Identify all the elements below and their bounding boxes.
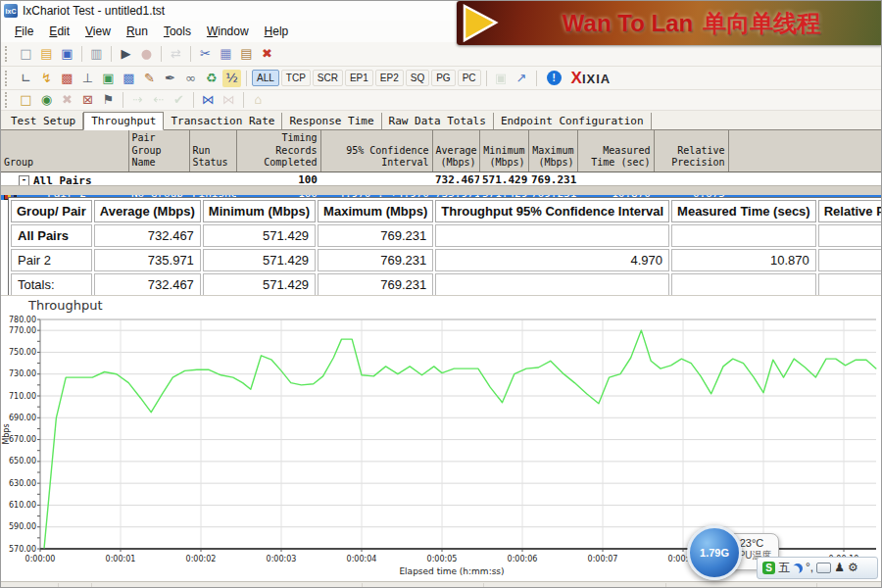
filter-sq[interactable]: SQ xyxy=(406,70,429,86)
toolbar-separator xyxy=(190,46,191,62)
add-multiple-pairs-icon[interactable]: ↯ xyxy=(37,70,56,87)
summary-cell: 769.231 xyxy=(318,224,433,247)
keyboard-icon[interactable] xyxy=(816,563,831,573)
abort-run-icon: ✖ xyxy=(58,91,76,109)
toolbar-grip[interactable] xyxy=(5,92,11,108)
tab-response-time[interactable]: Response Time xyxy=(282,113,381,129)
summary-row-all-pairs: All Pairs732.467571.429769.231 xyxy=(11,224,882,247)
menu-run[interactable]: Run xyxy=(119,23,156,40)
window-title: IxChariot Test - untitled1.tst xyxy=(23,4,165,18)
swap-endpoints-icon[interactable]: ½ xyxy=(222,70,241,87)
toolbar-separator xyxy=(81,46,82,62)
status-bar xyxy=(1,581,881,588)
tab-bar: Test SetupThroughputTransaction RateResp… xyxy=(1,111,881,130)
add-pair-icon[interactable]: ∟ xyxy=(17,70,35,87)
print-icon[interactable]: ▥ xyxy=(87,45,106,63)
wubi-icon[interactable]: 五 xyxy=(778,562,790,574)
paste-icon[interactable]: ▤ xyxy=(237,45,256,63)
summary-cell: 732.467 xyxy=(94,224,201,247)
tab-throughput[interactable]: Throughput xyxy=(83,112,164,130)
summary-cell xyxy=(818,273,882,296)
save-test-icon[interactable]: ▣ xyxy=(58,45,76,63)
menu-edit[interactable]: Edit xyxy=(41,23,77,40)
svg-text:Mbps: Mbps xyxy=(2,423,11,444)
summary-cell: 769.231 xyxy=(318,249,433,271)
grid-col-measured[interactable]: Measured Time (sec) xyxy=(577,130,654,172)
svg-text:0:00:03: 0:00:03 xyxy=(267,555,297,564)
menu-tools[interactable]: Tools xyxy=(156,23,199,40)
grid-col-95-confidence[interactable]: 95% Confidence Interval xyxy=(320,130,432,172)
open-test-icon[interactable]: ▤ xyxy=(37,45,56,63)
menu-help[interactable]: Help xyxy=(257,23,297,40)
visual-test-designer-icon[interactable]: ♻ xyxy=(202,70,220,87)
summary-cell: 571.429 xyxy=(203,249,316,271)
grid-col-average[interactable]: Average (Mbps) xyxy=(432,130,479,172)
summary-cell xyxy=(671,224,816,247)
copy-icon[interactable]: ▦ xyxy=(217,45,235,63)
summary-col-group-pair: Group/ Pair xyxy=(11,200,92,222)
grid-col-run-status[interactable]: Run Status xyxy=(189,130,236,172)
link-endpoints-icon[interactable]: ⋈ xyxy=(199,91,218,109)
reformat-icon: ⇄ xyxy=(167,45,185,63)
rerun-test-icon: ⇠ xyxy=(149,91,168,109)
tab-endpoint-configuration[interactable]: Endpoint Configuration xyxy=(494,113,652,129)
cpu-speed-badge[interactable]: 1.79G xyxy=(687,525,742,580)
tab-raw-data-totals[interactable]: Raw Data Totals xyxy=(382,113,494,129)
run-options-icon[interactable]: ◉ xyxy=(37,91,56,109)
tab-test-setup[interactable]: Test Setup xyxy=(4,113,83,129)
moon-icon[interactable] xyxy=(793,564,803,573)
edit-script-icon[interactable]: ✎ xyxy=(140,70,159,87)
grid-col-maximum[interactable]: Maximum (Mbps) xyxy=(528,130,577,172)
results-archive-icon: ⌂ xyxy=(249,91,268,109)
grid-col-group[interactable]: Group xyxy=(1,130,128,172)
browse-scripts-icon[interactable]: ∞ xyxy=(181,70,200,87)
toolbar-grip[interactable] xyxy=(5,46,11,62)
filter-tcp[interactable]: TCP xyxy=(281,70,311,86)
toolbar-run: □◉✖⊠⚑⇢⇠✔⋈⋈⌂ xyxy=(1,90,881,111)
collapse-group-button[interactable]: - xyxy=(19,175,29,186)
new-console-icon[interactable]: □ xyxy=(17,91,35,109)
grid-col-relative[interactable]: Relative Precision xyxy=(654,130,728,172)
tools-icon[interactable]: ⚙ xyxy=(848,562,858,574)
filter-scr[interactable]: SCR xyxy=(313,70,343,86)
summary-cell: 0.675 xyxy=(818,249,882,271)
filter-pc[interactable]: PC xyxy=(458,70,481,86)
poll-endpoints-icon[interactable]: ⚑ xyxy=(99,91,118,109)
app-icon: IxC xyxy=(4,4,18,18)
run-test-icon[interactable]: ▶ xyxy=(117,45,135,63)
svg-text:0:00:01: 0:00:01 xyxy=(106,555,136,564)
grid-col-minimum[interactable]: Minimum (Mbps) xyxy=(479,130,528,172)
delete-icon[interactable]: ✖ xyxy=(258,45,276,63)
record-script-icon[interactable]: ✒ xyxy=(161,70,179,87)
punctuation-icon[interactable]: °, xyxy=(806,562,813,574)
menu-view[interactable]: View xyxy=(77,23,119,40)
menu-file[interactable]: File xyxy=(7,23,41,40)
filter-pg[interactable]: PG xyxy=(431,70,455,86)
menu-window[interactable]: Window xyxy=(199,23,257,40)
new-test-icon[interactable]: □ xyxy=(17,45,35,63)
info-icon[interactable]: ! xyxy=(547,71,562,85)
export-results-icon[interactable]: ↗ xyxy=(513,70,531,87)
summary-cell: 4.970 xyxy=(435,249,669,271)
add-video-multicast-icon[interactable]: ▩ xyxy=(120,70,138,87)
tab-transaction-rate[interactable]: Transaction Rate xyxy=(164,113,282,129)
summary-col-average-mbps-: Average (Mbps) xyxy=(94,200,201,222)
stop-test-icon: ● xyxy=(137,45,156,63)
add-video-pair-icon[interactable]: ▣ xyxy=(99,70,118,87)
add-hardware-pair-icon[interactable]: ⊥ xyxy=(78,70,97,87)
sogou-icon[interactable]: S xyxy=(762,562,775,574)
clear-results-icon[interactable]: ⊠ xyxy=(78,91,97,109)
grid-col-timing-records[interactable]: Timing Records Completed xyxy=(236,130,320,172)
toolbar-grip[interactable] xyxy=(5,71,11,86)
filter-ep2[interactable]: EP2 xyxy=(375,70,404,86)
cut-icon[interactable]: ✂ xyxy=(196,45,215,63)
filter-ep1[interactable]: EP1 xyxy=(345,70,373,86)
user-icon[interactable]: ♟ xyxy=(834,562,845,574)
summary-col-minimum-mbps-: Minimum (Mbps) xyxy=(203,200,316,222)
grid-col-pair-group[interactable]: Pair Group Name xyxy=(128,130,189,172)
filter-all[interactable]: ALL xyxy=(252,70,279,86)
summary-col-relative-precision: Relative Precision xyxy=(818,200,882,222)
ixia-logo: XIXIA xyxy=(571,69,612,88)
add-multicast-group-icon[interactable]: ▩ xyxy=(58,70,76,87)
svg-text:690.00: 690.00 xyxy=(9,414,36,422)
